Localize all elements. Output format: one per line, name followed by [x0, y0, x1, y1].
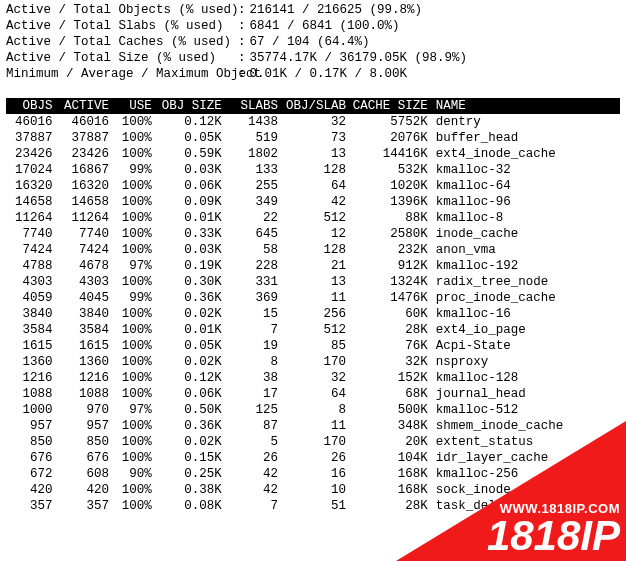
cell-use: 100% [113, 146, 156, 162]
cell-csize: 152K [350, 370, 432, 386]
cell-objs: 7424 [6, 242, 57, 258]
cell-use: 100% [113, 450, 156, 466]
cell-use: 100% [113, 306, 156, 322]
cell-objslab: 73 [282, 130, 350, 146]
blank-line [6, 82, 620, 98]
table-row: 3788737887100%0.05K519732076Kbuffer_head [6, 130, 620, 146]
cell-active: 4045 [57, 290, 113, 306]
cell-name: kmalloc-32 [432, 162, 620, 178]
cell-objs: 46016 [6, 114, 57, 130]
cell-objs: 11264 [6, 210, 57, 226]
cell-name: ext4_inode_cache [432, 146, 620, 162]
cell-name: kmalloc-128 [432, 370, 620, 386]
cell-objsize: 0.50K [156, 402, 226, 418]
cell-objslab: 11 [282, 290, 350, 306]
cell-csize: 912K [350, 258, 432, 274]
cell-name: kmalloc-16 [432, 306, 620, 322]
cell-use: 100% [113, 386, 156, 402]
cell-csize: 1476K [350, 290, 432, 306]
cell-slabs: 26 [226, 450, 282, 466]
table-row: 2342623426100%0.59K18021314416Kext4_inod… [6, 146, 620, 162]
cell-objs: 676 [6, 450, 57, 466]
cell-objsize: 0.59K [156, 146, 226, 162]
cell-use: 100% [113, 242, 156, 258]
cell-objsize: 0.38K [156, 482, 226, 498]
cell-active: 676 [57, 450, 113, 466]
summary-line: Active / Total Caches (% used):67 / 104 … [6, 34, 620, 50]
cell-active: 357 [57, 498, 113, 514]
cell-name: radix_tree_node [432, 274, 620, 290]
cell-active: 970 [57, 402, 113, 418]
cell-objs: 1615 [6, 338, 57, 354]
cell-objs: 3840 [6, 306, 57, 322]
cell-name: proc_inode_cache [432, 290, 620, 306]
cell-slabs: 7 [226, 322, 282, 338]
cell-objslab: 11 [282, 418, 350, 434]
table-row: 74247424100%0.03K58128232Kanon_vma [6, 242, 620, 258]
cell-csize: 68K [350, 386, 432, 402]
cell-objslab: 512 [282, 322, 350, 338]
col-header-slabs: SLABS [226, 98, 282, 114]
cell-slabs: 38 [226, 370, 282, 386]
cell-objslab: 16 [282, 466, 350, 482]
cell-objslab: 13 [282, 146, 350, 162]
table-row: 10881088100%0.06K176468Kjournal_head [6, 386, 620, 402]
summary-value: 0.01K / 0.17K / 8.00K [246, 66, 408, 82]
cell-name: kmalloc-192 [432, 258, 620, 274]
cell-objslab: 64 [282, 386, 350, 402]
table-row: 100097097%0.50K1258500Kkmalloc-512 [6, 402, 620, 418]
table-row: 676676100%0.15K2626104Kidr_layer_cache [6, 450, 620, 466]
summary-separator: : [238, 34, 246, 50]
table-row: 1632016320100%0.06K255641020Kkmalloc-64 [6, 178, 620, 194]
cell-objsize: 0.03K [156, 162, 226, 178]
cell-csize: 1324K [350, 274, 432, 290]
cell-active: 420 [57, 482, 113, 498]
cell-objs: 14658 [6, 194, 57, 210]
cell-csize: 88K [350, 210, 432, 226]
col-header-active: ACTIVE [57, 98, 113, 114]
cell-objslab: 128 [282, 162, 350, 178]
cell-objsize: 0.02K [156, 306, 226, 322]
cell-objs: 957 [6, 418, 57, 434]
cell-objslab: 128 [282, 242, 350, 258]
cell-active: 957 [57, 418, 113, 434]
cell-objs: 1216 [6, 370, 57, 386]
table-row: 43034303100%0.30K331131324Kradix_tree_no… [6, 274, 620, 290]
cell-active: 23426 [57, 146, 113, 162]
cell-slabs: 15 [226, 306, 282, 322]
cell-name: kmalloc-64 [432, 178, 620, 194]
cell-name: task_delay_info [432, 498, 620, 514]
table-row: 957957100%0.36K8711348Kshmem_inode_cache [6, 418, 620, 434]
cell-use: 100% [113, 194, 156, 210]
cell-use: 100% [113, 322, 156, 338]
summary-separator: : [238, 2, 246, 18]
table-row: 67260890%0.25K4216168Kkmalloc-256 [6, 466, 620, 482]
cell-active: 7424 [57, 242, 113, 258]
cell-objsize: 0.03K [156, 242, 226, 258]
cell-use: 100% [113, 338, 156, 354]
cell-objsize: 0.12K [156, 114, 226, 130]
summary-label: Active / Total Caches (% used) [6, 34, 238, 50]
summary-line: Active / Total Objects (% used):216141 /… [6, 2, 620, 18]
cell-objslab: 26 [282, 450, 350, 466]
cell-use: 100% [113, 418, 156, 434]
summary-separator: : [238, 18, 246, 34]
cell-objslab: 51 [282, 498, 350, 514]
cell-slabs: 22 [226, 210, 282, 226]
cell-name: anon_vma [432, 242, 620, 258]
table-row: 850850100%0.02K517020Kextent_status [6, 434, 620, 450]
table-row: 12161216100%0.12K3832152Kkmalloc-128 [6, 370, 620, 386]
cell-objsize: 0.15K [156, 450, 226, 466]
table-row: 170241686799%0.03K133128532Kkmalloc-32 [6, 162, 620, 178]
cell-active: 3840 [57, 306, 113, 322]
cell-slabs: 645 [226, 226, 282, 242]
cell-objsize: 0.09K [156, 194, 226, 210]
table-row: 35843584100%0.01K751228Kext4_io_page [6, 322, 620, 338]
cell-objs: 357 [6, 498, 57, 514]
cell-name: kmalloc-256 [432, 466, 620, 482]
cell-slabs: 133 [226, 162, 282, 178]
cell-csize: 2580K [350, 226, 432, 242]
cell-active: 7740 [57, 226, 113, 242]
cell-objslab: 10 [282, 482, 350, 498]
cell-slabs: 17 [226, 386, 282, 402]
